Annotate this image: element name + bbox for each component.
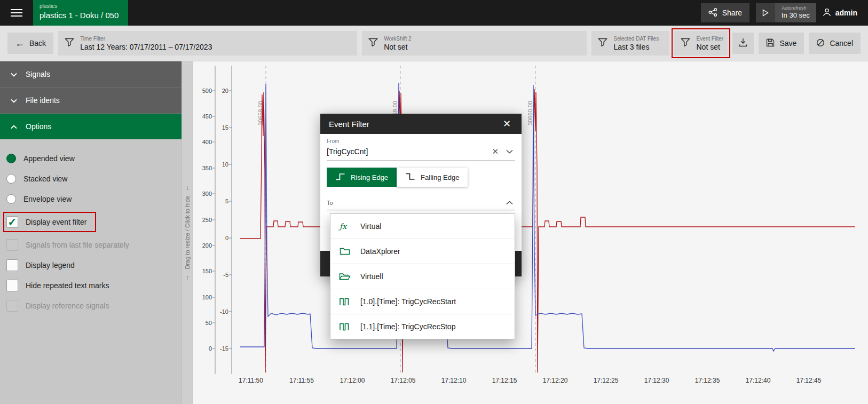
dropdown-item-label: Virtual	[360, 222, 381, 231]
dropdown-item-dataxplorer[interactable]: DataXplorer	[330, 239, 515, 264]
signal-chart[interactable]: 30658.0030659.0030660.005004504003503002…	[193, 61, 868, 404]
chevron-up-icon[interactable]	[505, 201, 514, 205]
funnel-icon	[368, 38, 378, 49]
falling-edge-button[interactable]: Falling Edge	[397, 168, 468, 187]
svg-text:250: 250	[202, 217, 212, 223]
checkbox-display-event-filter[interactable]: ✓ Display event filter	[3, 212, 96, 232]
svg-text:200: 200	[202, 242, 212, 249]
sidebar-section-options[interactable]: Options	[0, 114, 182, 139]
svg-text:20: 20	[222, 88, 228, 94]
chip-label: Selected DAT Files	[613, 36, 659, 42]
svg-text:500: 500	[202, 88, 212, 94]
checkbox-icon[interactable]	[6, 259, 18, 271]
radio-stacked-view[interactable]: Stacked view	[6, 171, 182, 186]
checkbox-display-legend[interactable]: Display legend	[6, 258, 182, 273]
radio-selected-icon[interactable]	[6, 154, 16, 163]
close-icon[interactable]: ✕	[501, 117, 513, 131]
svg-text:350: 350	[202, 165, 212, 171]
project-name: plastics	[40, 3, 122, 9]
download-button[interactable]	[732, 33, 754, 54]
svg-text:17:11:55: 17:11:55	[289, 377, 314, 384]
checkbox-label: Display legend	[26, 261, 75, 270]
radio-label: Envelope view	[23, 195, 72, 203]
to-field[interactable]: To	[327, 200, 515, 210]
back-label: Back	[29, 39, 46, 47]
from-field[interactable]: [TrigCycCnt] ✕	[327, 144, 515, 161]
radio-icon[interactable]	[6, 174, 16, 184]
section-label: Signals	[26, 70, 50, 78]
menu-icon[interactable]	[0, 0, 33, 26]
funnel-icon	[598, 38, 607, 49]
cancel-icon	[816, 38, 825, 49]
username: admin	[835, 9, 857, 17]
chart-area[interactable]: 30658.0030659.0030660.005004504003503002…	[193, 61, 868, 404]
clear-icon[interactable]: ✕	[491, 147, 500, 156]
play-icon[interactable]	[756, 3, 775, 22]
autorefresh-control[interactable]: Autorefresh In 30 sec	[756, 3, 816, 22]
checkbox-hide-repeated-text-marks[interactable]: Hide repeated text marks	[6, 278, 182, 293]
svg-text:17:12:15: 17:12:15	[492, 377, 517, 384]
svg-text:17:12:25: 17:12:25	[594, 377, 619, 384]
chevron-down-icon[interactable]	[505, 149, 514, 154]
to-field-label: To	[327, 200, 505, 206]
chevron-up-icon	[11, 122, 17, 131]
checkbox-icon	[6, 300, 18, 312]
svg-text:17:12:20: 17:12:20	[543, 377, 568, 384]
project-tab[interactable]: plastics plastics 1 - Doku / 050	[33, 0, 128, 26]
sidebar-section-signals[interactable]: Signals	[0, 61, 182, 88]
radio-label: Stacked view	[23, 175, 67, 183]
chip-value: Not set	[696, 43, 721, 51]
svg-text:17:12:40: 17:12:40	[746, 377, 771, 384]
checkbox-checked-icon[interactable]: ✓	[6, 216, 18, 228]
save-button[interactable]: Save	[759, 33, 804, 54]
sidebar: Signals File idents Options Appended vie…	[0, 61, 182, 404]
dropdown-item-trigcycrecstop[interactable]: [1.1].[Time]: TrigCycRecStop	[330, 314, 515, 339]
radio-envelope-view[interactable]: Envelope view	[6, 192, 182, 207]
dropdown-item-label: [1.1].[Time]: TrigCycRecStop	[360, 322, 455, 331]
rising-edge-icon	[335, 173, 345, 182]
radio-icon[interactable]	[6, 194, 16, 204]
from-field-value[interactable]: [TrigCycCnt]	[327, 147, 485, 156]
checkbox-label: Display event filter	[26, 218, 86, 226]
radio-appended-view[interactable]: Appended view	[6, 151, 182, 166]
svg-text:17:12:00: 17:12:00	[340, 377, 365, 384]
svg-text:300: 300	[202, 191, 212, 197]
from-field-label: From	[327, 138, 515, 144]
time-filter-chip[interactable]: Time Filter Last 12 Years: 07/17/2011 – …	[58, 31, 357, 56]
svg-text:-15: -15	[220, 345, 228, 352]
user-menu[interactable]: admin	[823, 8, 857, 18]
app-screen: plastics plastics 1 - Doku / 050 Share A…	[0, 0, 868, 404]
checkbox-icon[interactable]	[6, 280, 18, 291]
function-icon: ƒx	[338, 221, 352, 231]
svg-text:17:11:50: 17:11:50	[239, 377, 263, 384]
sidebar-section-file-idents[interactable]: File idents	[0, 88, 182, 114]
chevron-down-icon	[11, 96, 17, 105]
svg-text:50: 50	[206, 320, 212, 326]
workshift-filter-chip[interactable]: WorkShift 2 Not set	[362, 31, 587, 56]
event-filter-chip[interactable]: Event Filter Not set	[674, 31, 728, 56]
cancel-button[interactable]: Cancel	[809, 33, 861, 54]
dropdown-item-virtual[interactable]: ƒx Virtual	[330, 214, 515, 239]
svg-text:0: 0	[225, 235, 228, 241]
falling-edge-label: Falling Edge	[421, 173, 459, 181]
section-label: File idents	[26, 96, 60, 105]
dat-files-filter-chip[interactable]: Selected DAT Files Last 3 files	[591, 31, 669, 56]
panel-resizer[interactable]: ↓ Drag to resize / Click to hide ↑	[182, 61, 193, 404]
topbar: plastics plastics 1 - Doku / 050 Share A…	[0, 0, 868, 26]
chip-value: Last 3 files	[613, 43, 659, 51]
dropdown-item-label: Virtuell	[360, 272, 383, 281]
svg-text:-5: -5	[223, 272, 228, 278]
checkbox-display-reference-signals: Display reference signals	[6, 298, 182, 313]
chip-label: Event Filter	[696, 36, 721, 42]
dropdown-item-trigcycrecstart[interactable]: [1.0].[Time]: TrigCycRecStart	[330, 289, 515, 314]
rising-edge-button[interactable]: Rising Edge	[327, 168, 397, 187]
dialog-body: From [TrigCycCnt] ✕ Rising Edge Falling …	[320, 134, 522, 210]
funnel-icon	[681, 38, 690, 49]
folder-open-icon	[338, 272, 352, 281]
back-button[interactable]: ← Back	[7, 33, 53, 54]
resizer-label: Drag to resize / Click to hide	[184, 196, 191, 270]
checkbox-label: Display reference signals	[26, 302, 109, 310]
dropdown-item-virtuell[interactable]: Virtuell	[330, 264, 515, 289]
topbar-actions: Share Autorefresh In 30 sec admin	[701, 3, 868, 22]
share-button[interactable]: Share	[701, 3, 749, 22]
